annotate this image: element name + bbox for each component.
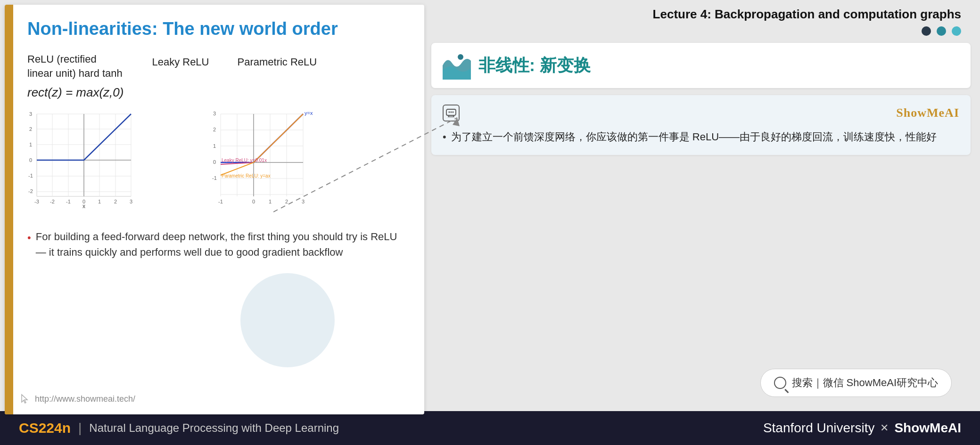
svg-text:Parametric ReLU: y=ax: Parametric ReLU: y=ax [222,173,271,178]
svg-text:y=x: y=x [305,110,313,116]
relu-subtitle: linear unit) hard tanh [27,67,124,80]
bottom-divider: | [78,421,82,436]
svg-text:-2: -2 [50,199,55,204]
svg-text:1: 1 [29,142,32,147]
nav-dots [431,26,971,36]
content-area: Non-linearities: The new world order ReL… [0,0,980,411]
formula-col-relu: ReLU (rectified linear unit) hard tanh r… [27,53,124,100]
section-header-card: 非线性: 新变换 [431,43,971,88]
search-text: 搜索｜微信 ShowMeAI研究中心 [792,376,939,390]
bottom-left: CS224n | Natural Language Processing wit… [19,420,339,436]
svg-text:1: 1 [269,199,272,204]
svg-point-60 [449,112,450,113]
x-symbol: ✕ [880,422,889,434]
ai-card-content: • 为了建立一个前馈深度网络，你应该做的第一件事是 ReLU——由于良好的梯度回… [443,128,959,146]
leaky-title: Leaky ReLU [152,56,209,68]
bottom-description: Natural Language Processing with Deep Le… [89,421,339,435]
nav-dot-2[interactable] [937,26,946,36]
svg-text:0: 0 [29,157,32,163]
search-box[interactable]: 搜索｜微信 ShowMeAI研究中心 [760,369,952,397]
svg-point-62 [453,112,454,113]
svg-text:2: 2 [29,126,32,132]
svg-text:3: 3 [213,111,216,116]
formula-col-parametric: Parametric ReLU [238,53,317,100]
svg-text:0: 0 [252,199,255,204]
charts-row: -3 -2 -1 0 1 2 3 0 1 2 3 -1 -2 [27,109,405,215]
svg-text:-3: -3 [34,199,39,204]
bottom-right: Stanford University ✕ ShowMeAI [763,421,961,436]
svg-text:x: x [82,203,85,208]
ai-bullet-text: 为了建立一个前馈深度网络，你应该做的第一件事是 ReLU——由于良好的梯度回流，… [451,128,937,146]
slide-footer: http://www.showmeai.tech/ [19,393,135,405]
section-title: 非线性: 新变换 [478,54,591,77]
svg-text:0: 0 [213,159,216,165]
ai-card-header: ShowMeAI [443,105,959,121]
slide-panel: Non-linearities: The new world order ReL… [5,5,424,414]
main-container: Non-linearities: The new world order ReL… [0,0,980,445]
nav-dot-1[interactable] [922,26,931,36]
slide-url: http://www.showmeai.tech/ [35,394,135,404]
relu-math: rect(z) = max(z,0) [27,85,124,100]
svg-text:3: 3 [302,199,305,204]
slide-left-bar [5,5,13,414]
svg-text:-1: -1 [212,175,217,181]
bullet-dot: • [27,230,31,245]
svg-point-58 [458,54,463,60]
formula-col-leaky: Leaky ReLU [152,53,209,100]
svg-text:-2: -2 [28,188,33,194]
search-icon [774,377,786,389]
ai-icon [443,105,460,121]
ai-card: ShowMeAI • 为了建立一个前馈深度网络，你应该做的第一件事是 ReLU—… [431,95,971,155]
bottom-course: CS224n [19,420,71,436]
slide-formulas-row: ReLU (rectified linear unit) hard tanh r… [27,53,405,100]
leaky-parametric-chart: y=x Leaky ReLU: y=0.01x Parametric ReLU:… [192,109,334,215]
svg-text:3: 3 [130,199,132,204]
svg-text:2: 2 [285,199,288,204]
bullet-text: For building a feed-forward deep network… [36,229,405,260]
search-label: 搜索｜微信 ShowMeAI研究中心 [792,377,939,388]
svg-text:1: 1 [213,143,216,149]
lecture-header: Lecture 4: Backpropagation and computati… [431,5,971,22]
svg-text:3: 3 [29,111,32,117]
slide-title: Non-linearities: The new world order [27,19,405,39]
svg-text:-1: -1 [66,199,71,204]
relu-chart: -3 -2 -1 0 1 2 3 0 1 2 3 -1 -2 [27,109,136,210]
relu-title: ReLU (rectified [27,53,124,65]
svg-text:-1: -1 [218,199,223,204]
slide-content: Non-linearities: The new world order ReL… [18,5,424,414]
svg-text:Leaky ReLU: y=0.01x: Leaky ReLU: y=0.01x [222,158,267,163]
svg-text:-1: -1 [28,173,33,178]
showmeai-bottom-brand: ShowMeAI [894,421,961,436]
bottom-bar: CS224n | Natural Language Processing wit… [0,411,980,445]
stanford-text: Stanford University [763,421,875,436]
svg-point-61 [451,112,452,113]
slide-bullet: • For building a feed-forward deep netwo… [27,229,405,260]
ai-bullet: • 为了建立一个前馈深度网络，你应该做的第一件事是 ReLU——由于良好的梯度回… [443,128,959,146]
nav-dot-3[interactable] [952,26,961,36]
right-panel: Lecture 4: Backpropagation and computati… [431,0,980,411]
cursor-icon [19,393,31,405]
ai-bullet-dot: • [443,128,446,146]
svg-text:2: 2 [114,199,117,204]
svg-text:2: 2 [213,127,216,132]
showmeai-brand: ShowMeAI [896,106,959,120]
svg-text:1: 1 [98,199,101,204]
section-icon [443,51,471,80]
parametric-title: Parametric ReLU [238,56,317,68]
